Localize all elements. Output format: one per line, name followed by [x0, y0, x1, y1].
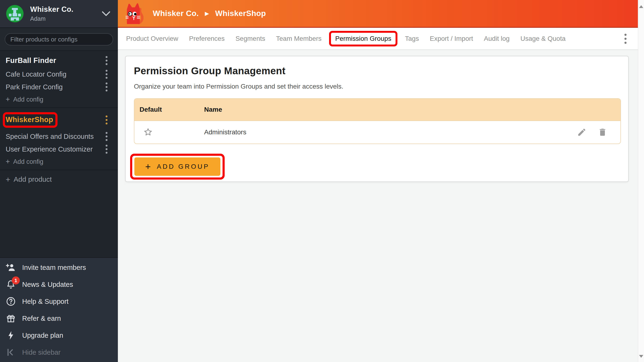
product-tabbar: Product Overview Preferences Segments Te…: [118, 28, 638, 50]
cat-logo[interactable]: [125, 2, 144, 24]
tutorial-highlight-whiskershop: WhiskerShop: [3, 112, 58, 128]
sidebar-search: [0, 28, 118, 51]
breadcrumb: Whisker Co. ▶ WhiskerShop: [153, 9, 266, 18]
lightning-icon: [6, 330, 16, 340]
hide-sidebar[interactable]: Hide sidebar: [0, 346, 118, 359]
config-name: Cafe Locator Config: [6, 70, 66, 78]
add-group-button[interactable]: + ADD GROUP: [134, 158, 220, 176]
tutorial-highlight-permission-groups: Permission Groups: [329, 31, 398, 46]
menu-label: Help & Support: [22, 298, 68, 306]
news-and-updates[interactable]: 1 News & Updates: [0, 278, 118, 291]
config-name: Park Finder Config: [6, 83, 63, 91]
config-name: Special Offers and Discounts: [6, 133, 94, 140]
product-list: FurBall Finder Cafe Locator Config Park …: [0, 52, 118, 257]
bell-icon: 1: [6, 279, 16, 290]
permission-groups-table: Default Name Administrators: [134, 98, 621, 144]
scroll-down-icon[interactable]: [639, 355, 643, 358]
tab-team-members[interactable]: Team Members: [276, 35, 322, 42]
org-name: Whisker Co.: [30, 5, 102, 14]
product-name: FurBall Finder: [6, 56, 56, 65]
group-name: Administrators: [204, 128, 246, 136]
add-product-label: Add product: [14, 175, 52, 183]
table-row: Administrators: [134, 121, 620, 144]
org-avatar: [6, 5, 24, 22]
product-name-active[interactable]: WhiskerShop: [6, 116, 53, 124]
config-menu-icon[interactable]: [104, 130, 109, 142]
config-park-finder[interactable]: Park Finder Config: [0, 80, 118, 93]
plus-icon: +: [6, 95, 10, 104]
news-badge: 1: [12, 276, 20, 284]
add-config-label: Add config: [13, 96, 43, 103]
table-header: Default Name: [134, 99, 620, 121]
add-product-button[interactable]: + Add product: [0, 172, 118, 186]
tab-preferences[interactable]: Preferences: [189, 35, 225, 42]
add-group-label: ADD GROUP: [157, 163, 210, 170]
page-title: Permission Group Management: [134, 65, 620, 76]
invite-team-members[interactable]: Invite team members: [0, 261, 118, 274]
menu-label: Upgrade plan: [22, 332, 63, 340]
app-screen: Whisker Co. Adam FurBall Finder Cafe Loc…: [0, 0, 644, 362]
menu-label: News & Updates: [22, 281, 73, 288]
plus-icon: +: [6, 158, 10, 166]
tab-tags[interactable]: Tags: [405, 35, 419, 42]
sidebar-divider: [0, 108, 118, 108]
add-config-button[interactable]: + Add config: [0, 93, 118, 106]
delete-icon[interactable]: [598, 128, 607, 137]
sidebar: Whisker Co. Adam FurBall Finder Cafe Loc…: [0, 0, 118, 362]
config-name: User Experience Customizer: [6, 146, 93, 153]
collapse-sidebar-icon: [6, 347, 16, 358]
menu-label: Hide sidebar: [22, 348, 60, 356]
star-outline-icon[interactable]: [143, 128, 153, 137]
product-menu-icon[interactable]: [104, 55, 109, 66]
tab-export-import[interactable]: Export / Import: [430, 35, 473, 42]
upgrade-plan[interactable]: Upgrade plan: [0, 328, 118, 342]
add-config-label: Add config: [13, 158, 43, 166]
page-subtitle: Organize your team into Permission Group…: [134, 83, 620, 90]
config-user-experience[interactable]: User Experience Customizer: [0, 143, 118, 156]
org-meta: Whisker Co. Adam: [30, 5, 102, 22]
tab-product-overview[interactable]: Product Overview: [126, 35, 178, 42]
product-menu-icon[interactable]: [104, 114, 109, 126]
page-scrollbar[interactable]: [638, 0, 644, 362]
config-menu-icon[interactable]: [104, 143, 109, 155]
breadcrumb-product[interactable]: WhiskerShop: [215, 9, 266, 18]
invite-user-icon: [6, 262, 16, 273]
org-switcher[interactable]: Whisker Co. Adam: [0, 0, 118, 28]
config-menu-icon[interactable]: [104, 81, 109, 93]
tab-permission-groups[interactable]: Permission Groups: [335, 35, 391, 42]
tabbar-overflow-menu-icon[interactable]: [623, 32, 628, 45]
column-name: Name: [204, 106, 222, 113]
help-and-support[interactable]: Help & Support: [0, 294, 118, 308]
main-content: Permission Group Management Organize you…: [118, 50, 638, 362]
breadcrumb-org[interactable]: Whisker Co.: [153, 9, 199, 18]
config-menu-icon[interactable]: [104, 68, 109, 80]
add-config-button[interactable]: + Add config: [0, 156, 118, 168]
config-cafe-locator[interactable]: Cafe Locator Config: [0, 68, 118, 80]
gift-icon: [6, 313, 16, 324]
menu-label: Refer & earn: [22, 315, 61, 322]
tab-audit-log[interactable]: Audit log: [484, 35, 510, 42]
product-furball-finder[interactable]: FurBall Finder: [0, 53, 118, 68]
plus-icon: +: [6, 175, 10, 184]
product-whiskershop[interactable]: WhiskerShop: [0, 110, 118, 130]
edit-icon[interactable]: [577, 128, 586, 137]
top-header: Whisker Co. ▶ WhiskerShop: [118, 0, 638, 28]
org-user: Adam: [30, 15, 102, 22]
robot-avatar-icon: [6, 5, 24, 22]
refer-and-earn[interactable]: Refer & earn: [0, 312, 118, 325]
tab-usage-quota[interactable]: Usage & Quota: [520, 35, 566, 42]
tutorial-highlight-add-group: + ADD GROUP: [130, 154, 225, 180]
scroll-up-icon[interactable]: [639, 5, 643, 8]
menu-label: Invite team members: [22, 264, 86, 272]
tab-segments[interactable]: Segments: [236, 35, 265, 42]
plus-icon: +: [145, 162, 151, 171]
breadcrumb-arrow-icon: ▶: [205, 10, 209, 17]
column-default: Default: [140, 106, 162, 113]
filter-input[interactable]: [5, 33, 113, 46]
help-icon: [6, 296, 16, 306]
sidebar-bottom-menu: Invite team members 1 News & Updates: [0, 257, 118, 362]
chevron-down-icon: [102, 11, 110, 16]
config-special-offers[interactable]: Special Offers and Discounts: [0, 130, 118, 143]
permission-group-card: Permission Group Management Organize you…: [125, 56, 629, 182]
sidebar-divider: [0, 170, 118, 170]
